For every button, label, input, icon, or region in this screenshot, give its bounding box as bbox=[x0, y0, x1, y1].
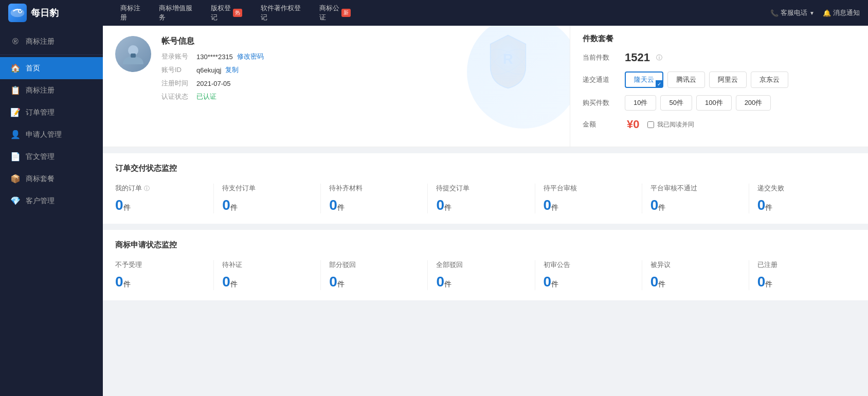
login-label: 登录账号 bbox=[161, 52, 192, 61]
channel-row: 递交通道 隆天云 腾讯云 阿里云 京东云 bbox=[583, 71, 856, 88]
status-item-submit-failed[interactable]: 递交失败 0件 bbox=[749, 184, 856, 213]
pending-review-value: 0件 bbox=[544, 197, 634, 213]
layout: ® 商标注册 🏠 首页 📋 商标注册 📝 订单管理 👤 申请人管理 📄 官文管理… bbox=[0, 26, 868, 396]
customer-icon: 💎 bbox=[10, 196, 21, 206]
partial-reject-label: 部分驳回 bbox=[329, 260, 419, 269]
pending-review-label: 待平台审核 bbox=[544, 184, 634, 193]
pending-payment-value: 0件 bbox=[222, 197, 312, 213]
status-item-pending-submit[interactable]: 待提交订单 0件 bbox=[428, 184, 535, 213]
copy-link[interactable]: 复制 bbox=[225, 65, 239, 75]
clipboard-icon: 📋 bbox=[10, 85, 21, 95]
channel-btn-alibaba[interactable]: 阿里云 bbox=[709, 71, 747, 88]
status-item-opposed[interactable]: 被异议 0件 bbox=[642, 260, 749, 290]
sidebar-item-brand: ® 商标注册 bbox=[0, 31, 103, 52]
status-item-pending-review[interactable]: 待平台审核 0件 bbox=[535, 184, 642, 213]
bell-icon: 🔔 bbox=[823, 9, 831, 17]
agree-row: 我已阅读并同 bbox=[647, 120, 694, 129]
profile-info: 帐号信息 登录账号 130****2315 修改密码 账号ID q6ekujqj… bbox=[161, 36, 557, 105]
customer-service[interactable]: 📞 客服电话 ▼ bbox=[770, 8, 815, 17]
sidebar-item-orders[interactable]: 📝 订单管理 bbox=[0, 101, 103, 123]
channel-btn-longtian[interactable]: 隆天云 bbox=[625, 71, 663, 88]
trademark-status-card: 商标申请状态监控 不予受理 0件 待补证 0件 部分驳回 0件 全部驳回 0件 bbox=[103, 230, 868, 300]
status-item-pending-cert[interactable]: 待补证 0件 bbox=[214, 260, 321, 290]
status-item-full-reject[interactable]: 全部驳回 0件 bbox=[428, 260, 535, 290]
review-failed-value: 0件 bbox=[650, 197, 740, 213]
nav-trademark-value[interactable]: 商标增值服务 bbox=[150, 0, 202, 26]
channel-buttons: 隆天云 腾讯云 阿里云 京东云 bbox=[625, 71, 788, 88]
profile-card: R bbox=[103, 26, 570, 147]
sidebar-item-applicants[interactable]: 👤 申请人管理 bbox=[0, 123, 103, 146]
order-status-grid: 我的订单 ⓘ 0件 待支付订单 0件 待补齐材料 0件 待提交订单 bbox=[115, 184, 856, 213]
pending-submit-label: 待提交订单 bbox=[436, 184, 526, 193]
sidebar-item-official-docs[interactable]: 📄 官文管理 bbox=[0, 146, 103, 168]
agree-label: 我已阅读并同 bbox=[657, 120, 694, 129]
full-reject-label: 全部驳回 bbox=[436, 260, 526, 269]
sidebar-item-trademark-reg[interactable]: 📋 商标注册 bbox=[0, 79, 103, 101]
sidebar-orders-label: 订单管理 bbox=[26, 108, 55, 117]
my-orders-value: 0件 bbox=[115, 197, 205, 213]
sidebar-item-home[interactable]: 🏠 首页 bbox=[0, 57, 103, 79]
nav-trademark-reg[interactable]: 商标注册 bbox=[111, 0, 150, 26]
submit-failed-label: 递交失败 bbox=[757, 184, 847, 193]
qty-btn-100[interactable]: 100件 bbox=[696, 95, 732, 111]
pending-cert-value: 0件 bbox=[222, 274, 312, 290]
initial-announcement-value: 0件 bbox=[544, 274, 634, 290]
status-item-my-orders[interactable]: 我的订单 ⓘ 0件 bbox=[115, 184, 214, 213]
channel-btn-jd[interactable]: 京东云 bbox=[751, 71, 788, 88]
status-item-registered[interactable]: 已注册 0件 bbox=[749, 260, 856, 290]
qty-btn-200[interactable]: 200件 bbox=[736, 95, 771, 111]
qty-label: 购买件数 bbox=[583, 98, 619, 107]
pending-submit-value: 0件 bbox=[436, 197, 526, 213]
nav-copyright[interactable]: 版权登记 热 bbox=[202, 0, 251, 26]
nav-software-copyright[interactable]: 软件著作权登记 bbox=[251, 0, 310, 26]
sidebar-official-docs-label: 官文管理 bbox=[26, 152, 55, 161]
profile-auth-row: 认证状态 已认证 bbox=[161, 92, 557, 101]
auth-status-label: 认证状态 bbox=[161, 92, 192, 101]
nav-right: 📞 客服电话 ▼ 🔔 消息通知 bbox=[770, 8, 860, 17]
sidebar-trademark-reg-label: 商标注册 bbox=[26, 86, 55, 95]
notification[interactable]: 🔔 消息通知 bbox=[823, 8, 860, 17]
info-icon[interactable]: ⓘ bbox=[656, 53, 662, 62]
status-item-initial-announcement[interactable]: 初审公告 0件 bbox=[535, 260, 642, 290]
sidebar-applicants-label: 申请人管理 bbox=[26, 130, 62, 139]
opposed-value: 0件 bbox=[650, 274, 740, 290]
sidebar-item-customers[interactable]: 💎 客户管理 bbox=[0, 190, 103, 212]
agree-checkbox[interactable] bbox=[647, 121, 654, 128]
sidebar-customers-label: 客户管理 bbox=[26, 196, 55, 206]
status-item-review-failed[interactable]: 平台审核不通过 0件 bbox=[642, 184, 749, 213]
svg-point-1 bbox=[18, 9, 22, 13]
qty-btn-10[interactable]: 10件 bbox=[625, 95, 656, 111]
nav-trademark-notary[interactable]: 商标公证 新 bbox=[310, 0, 360, 26]
profile-login-row: 登录账号 130****2315 修改密码 bbox=[161, 52, 557, 61]
pending-materials-label: 待补齐材料 bbox=[329, 184, 419, 193]
qty-buttons: 10件 50件 100件 200件 bbox=[625, 95, 771, 111]
channel-btn-tencent[interactable]: 腾讯云 bbox=[667, 71, 705, 88]
package-card: 件数套餐 当前件数 1521 ⓘ 递交通道 隆天云 腾讯云 阿里云 京东云 bbox=[570, 26, 868, 147]
modify-password-link[interactable]: 修改密码 bbox=[237, 52, 264, 61]
profile-id-row: 账号ID q6ekujqj 复制 bbox=[161, 65, 557, 75]
initial-announcement-label: 初审公告 bbox=[544, 260, 634, 269]
home-icon: 🏠 bbox=[10, 63, 21, 73]
amount-value: ¥0 bbox=[627, 118, 639, 131]
avatar-area bbox=[115, 36, 151, 105]
auth-status-value: 已认证 bbox=[196, 92, 216, 101]
sidebar-home-label: 首页 bbox=[26, 64, 40, 73]
qty-btn-50[interactable]: 50件 bbox=[660, 95, 692, 111]
main-content: R bbox=[103, 26, 868, 396]
amount-label: 金额 bbox=[583, 120, 619, 129]
pending-cert-label: 待补证 bbox=[222, 260, 312, 269]
sidebar-item-packages[interactable]: 📦 商标套餐 bbox=[0, 168, 103, 190]
pending-materials-value: 0件 bbox=[329, 197, 419, 213]
person-icon: 👤 bbox=[10, 130, 21, 139]
sidebar: ® 商标注册 🏠 首页 📋 商标注册 📝 订单管理 👤 申请人管理 📄 官文管理… bbox=[0, 26, 103, 396]
qty-row: 购买件数 10件 50件 100件 200件 bbox=[583, 95, 856, 111]
rejected-label: 不予受理 bbox=[115, 260, 205, 269]
status-item-partial-reject[interactable]: 部分驳回 0件 bbox=[321, 260, 428, 290]
status-item-pending-materials[interactable]: 待补齐材料 0件 bbox=[321, 184, 428, 213]
hot-badge: 热 bbox=[233, 9, 242, 17]
logo-text: 每日豹 bbox=[31, 7, 59, 19]
order-status-card: 订单交付状态监控 我的订单 ⓘ 0件 待支付订单 0件 待补齐材料 bbox=[103, 153, 868, 224]
account-id-label: 账号ID bbox=[161, 65, 192, 75]
status-item-rejected[interactable]: 不予受理 0件 bbox=[115, 260, 214, 290]
status-item-pending-payment[interactable]: 待支付订单 0件 bbox=[214, 184, 321, 213]
